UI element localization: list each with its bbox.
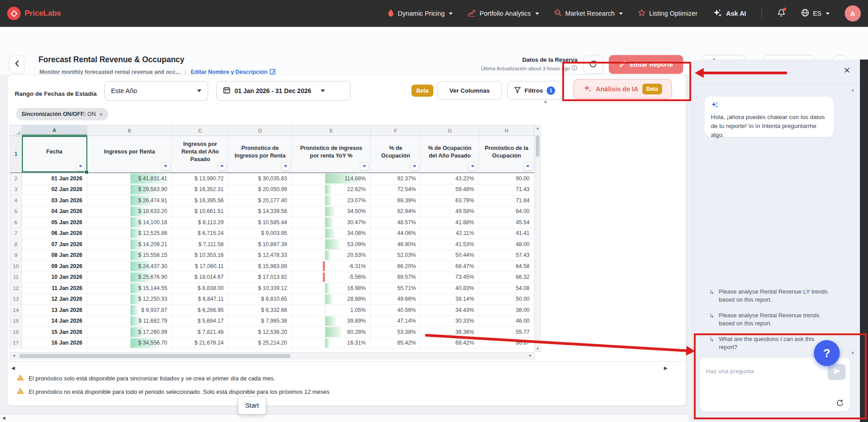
table-cell-occupancy[interactable]: 66.20% [371, 261, 421, 272]
table-cell-occupancy-forecast[interactable]: 71.84 [479, 195, 534, 206]
table-cell-rent-forecast[interactable]: $ 20,050.99 [229, 184, 292, 195]
table-cell-yoy[interactable]: 34.50% [292, 206, 371, 217]
notifications-button[interactable] [777, 9, 786, 19]
row-number[interactable]: 15 [10, 316, 22, 327]
table-cell-date[interactable]: 02 Jan 2026 [22, 184, 87, 195]
table-cell-rent[interactable]: $ 29,583.90 [87, 184, 172, 195]
table-horizontal-scrollbar[interactable]: ◄ ► [10, 352, 534, 359]
table-cell-rent[interactable]: $ 15,558.15 [87, 250, 172, 261]
table-cell-occupancy-forecast[interactable]: 50.00 [479, 294, 534, 305]
table-cell-occupancy[interactable]: 85.42% [371, 338, 421, 349]
table-cell-occupancy-ly[interactable]: 38.14% [421, 294, 479, 305]
row-number[interactable]: 4 [10, 195, 22, 206]
scroll-left-icon[interactable]: ◄ [10, 354, 17, 358]
column-header-cell[interactable]: Pronóstico de la Ocupación [479, 136, 534, 172]
table-cell-rent-forecast[interactable]: $ 9,003.95 [229, 228, 292, 239]
table-cell-occupancy[interactable]: 62.94% [371, 206, 421, 217]
column-header-cell[interactable]: % de Ocupación [371, 136, 421, 172]
scroll-right-icon[interactable]: ► [527, 354, 534, 358]
table-cell-date[interactable]: 10 Jan 2026 [22, 272, 87, 283]
row-number[interactable]: 5 [10, 206, 22, 217]
table-cell-date[interactable]: 09 Jan 2026 [22, 261, 87, 272]
table-cell-occupancy[interactable]: 69.39% [371, 195, 421, 206]
table-cell-yoy[interactable]: -5.56% [292, 272, 371, 283]
table-cell-rent-ly[interactable]: $ 18,014.67 [172, 272, 229, 283]
table-cell-occupancy-forecast[interactable]: 66.32 [479, 272, 534, 283]
sheet-corner-cell[interactable] [10, 125, 22, 136]
chat-scroll-up-icon[interactable]: ▲ [851, 87, 855, 92]
column-header-cell[interactable]: Ingresos por Renta [87, 136, 172, 172]
row-number[interactable]: 10 [10, 261, 22, 272]
start-tooltip[interactable]: Start [238, 396, 266, 414]
table-cell-date[interactable]: 04 Jan 2026 [22, 206, 87, 217]
column-letter[interactable]: F [371, 125, 421, 136]
table-cell-occupancy[interactable]: 46.90% [371, 239, 421, 250]
scroll-down-icon[interactable]: ▼ [535, 347, 540, 351]
column-header-cell[interactable]: Pronóstico de Ingresos por Renta [229, 136, 292, 172]
table-cell-rent[interactable]: $ 9,937.87 [87, 305, 172, 315]
row-number[interactable]: 11 [10, 272, 22, 283]
table-cell-rent-forecast[interactable]: $ 10,585.44 [229, 217, 292, 228]
table-cell-occupancy-ly[interactable]: 73.45% [421, 272, 479, 283]
table-vertical-scrollbar[interactable]: ▲ ▼ [534, 125, 541, 352]
table-cell-occupancy[interactable]: 55.71% [371, 283, 421, 294]
table-cell-rent-forecast[interactable]: $ 30,035.83 [229, 173, 292, 184]
table-cell-date[interactable]: 05 Jan 2026 [22, 217, 87, 228]
table-cell-date[interactable]: 14 Jan 2026 [22, 316, 87, 327]
table-cell-rent[interactable]: $ 41,831.41 [87, 173, 172, 184]
table-cell-rent-forecast[interactable]: $ 8,810.65 [229, 294, 292, 305]
table-cell-occupancy-forecast[interactable]: 64.58 [479, 261, 534, 272]
table-cell-rent-forecast[interactable]: $ 20,177.40 [229, 195, 292, 206]
table-cell-occupancy[interactable]: 44.06% [371, 228, 421, 239]
table-cell-occupancy[interactable]: 40.56% [371, 305, 421, 315]
vertical-scroll-thumb[interactable] [536, 135, 539, 157]
stay-range-select[interactable]: Este Año [104, 81, 208, 101]
row-number[interactable]: 2 [10, 173, 22, 184]
table-cell-yoy[interactable]: 1.05% [292, 305, 371, 315]
row-number[interactable]: 7 [10, 228, 22, 239]
table-cell-rent-forecast[interactable]: $ 25,214.20 [229, 338, 292, 349]
table-cell-occupancy-ly[interactable]: 59.48% [421, 184, 479, 195]
nav-portfolio-analytics[interactable]: Portfolio Analytics [468, 9, 539, 18]
table-cell-rent-ly[interactable]: $ 8,838.00 [172, 283, 229, 294]
nav-dynamic-pricing[interactable]: Dynamic Pricing [388, 9, 453, 18]
suggested-question[interactable]: ↳ Please analyse Rental Revenue trends b… [709, 311, 837, 328]
table-cell-date[interactable]: 08 Jan 2026 [22, 250, 87, 261]
table-cell-occupancy-ly[interactable]: 34.43% [421, 305, 479, 315]
scroll-up-icon[interactable]: ▲ [535, 126, 540, 130]
table-cell-rent-ly[interactable]: $ 17,060.11 [172, 261, 229, 272]
nav-listing-optimizer[interactable]: Listing Optimizer [638, 9, 697, 18]
table-cell-rent-ly[interactable]: $ 21,679.24 [172, 338, 229, 349]
horizontal-scroll-thumb[interactable] [19, 354, 291, 358]
table-cell-occupancy-forecast[interactable]: 38.00 [479, 305, 534, 315]
table-cell-rent-ly[interactable]: $ 16,352.31 [172, 184, 229, 195]
table-cell-rent-ly[interactable]: $ 16,395.56 [172, 195, 229, 206]
table-cell-rent-ly[interactable]: $ 10,661.51 [172, 206, 229, 217]
pan-right-icon[interactable]: ▶ [664, 365, 667, 371]
table-cell-occupancy-forecast[interactable]: 46.00 [479, 316, 534, 327]
table-cell-occupancy-forecast[interactable]: 41.41 [479, 228, 534, 239]
table-cell-occupancy[interactable]: 47.14% [371, 316, 421, 327]
table-cell-date[interactable]: 06 Jan 2026 [22, 228, 87, 239]
filter-dropdown-button[interactable] [162, 162, 170, 171]
table-cell-rent-forecast[interactable]: $ 17,013.82 [229, 272, 292, 283]
table-cell-rent-forecast[interactable]: $ 15,983.89 [229, 261, 292, 272]
table-cell-rent-ly[interactable]: $ 6,266.95 [172, 305, 229, 315]
table-cell-occupancy-forecast[interactable]: 64.00 [479, 206, 534, 217]
row-number[interactable]: 6 [10, 217, 22, 228]
table-cell-yoy[interactable]: 16.31% [292, 338, 371, 349]
table-cell-yoy[interactable]: -6.31% [292, 261, 371, 272]
table-cell-date[interactable]: 03 Jan 2026 [22, 195, 87, 206]
table-cell-rent-ly[interactable]: $ 6,847.11 [172, 294, 229, 305]
table-cell-rent[interactable]: $ 26,474.91 [87, 195, 172, 206]
table-cell-occupancy-ly[interactable]: 63.79% [421, 195, 479, 206]
nav-market-research[interactable]: Market Research [554, 9, 623, 18]
table-cell-rent[interactable]: $ 17,260.99 [87, 327, 172, 337]
column-letter[interactable]: G [421, 125, 479, 136]
table-cell-occupancy-ly[interactable]: 40.83% [421, 283, 479, 294]
pan-left-icon[interactable]: ◀ [11, 365, 15, 371]
table-cell-occupancy[interactable]: 69.57% [371, 272, 421, 283]
column-letter[interactable]: C [172, 125, 229, 136]
table-cell-date[interactable]: 11 Jan 2026 [22, 283, 87, 294]
table-cell-rent-ly[interactable]: $ 10,353.16 [172, 250, 229, 261]
